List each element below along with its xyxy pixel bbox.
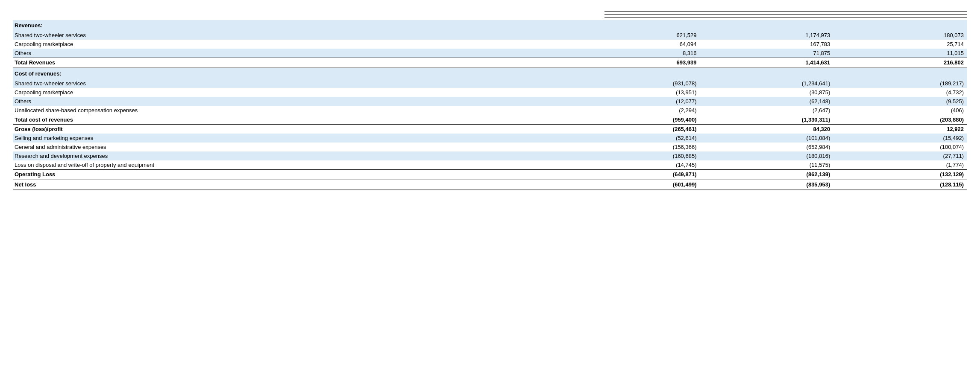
row-label: Carpooling marketplace [13,40,604,49]
val-2021-usd: 11,015 [833,49,967,58]
val-2021-usd: (1,774) [833,160,967,170]
header-currency-2020 [604,15,700,17]
row-label: Carpooling marketplace [13,88,604,97]
val-2021-rmb: 84,320 [700,125,833,134]
row-label: Shared two-wheeler services [13,79,604,88]
val-2021-usd: 25,714 [833,40,967,49]
val-2020: (160,685) [604,151,700,160]
header-year-2021 [700,12,967,15]
val-2021-rmb: (2,647) [700,106,833,115]
val-2020: (14,745) [604,160,700,170]
val-2020: 8,316 [604,49,700,58]
val-2021-usd: 12,922 [833,125,967,134]
val-2020: (156,366) [604,143,700,151]
row-label: Net loss [13,180,604,190]
val-2021-usd: (406) [833,106,967,115]
val-2020: (265,461) [604,125,700,134]
val-2021-usd: (132,129) [833,170,967,180]
val-2020: 64,094 [604,40,700,49]
val-2021-rmb: (11,575) [700,160,833,170]
row-label: General and administrative expenses [13,143,604,151]
val-2020: (601,499) [604,180,700,190]
val-2020: (52,614) [604,134,700,143]
row-label: Unallocated share-based compensation exp… [13,106,604,115]
section-header-label: Revenues: [13,20,967,31]
val-2021-rmb: (1,330,311) [700,115,833,125]
val-2021-usd: (189,217) [833,79,967,88]
val-2021-usd: (27,711) [833,151,967,160]
row-label: Selling and marketing expenses [13,134,604,143]
val-2021-usd: (100,074) [833,143,967,151]
row-label: Research and development expenses [13,151,604,160]
val-2021-rmb: (30,875) [700,88,833,97]
val-2020: (931,078) [604,79,700,88]
val-2020: (959,400) [604,115,700,125]
header-currency-2021-usd [833,15,967,17]
val-2021-rmb: (180,816) [700,151,833,160]
header-year-2020 [604,12,700,15]
header-currency-empty [13,15,604,17]
val-2020: (12,077) [604,97,700,106]
val-2021-usd: 180,073 [833,31,967,40]
val-2021-usd: (15,492) [833,134,967,143]
val-2021-rmb: 167,783 [700,40,833,49]
financial-table: Revenues:Shared two-wheeler services621,… [13,9,967,190]
val-2021-usd: (9,525) [833,97,967,106]
val-2021-rmb: (1,234,641) [700,79,833,88]
val-2020: 693,939 [604,58,700,68]
val-2021-rmb: (652,984) [700,143,833,151]
header-currency-2021-rmb [700,15,833,17]
row-label: Shared two-wheeler services [13,31,604,40]
val-2021-rmb: (835,953) [700,180,833,190]
section-header-label: Cost of revenues: [13,68,967,79]
val-2020: (2,294) [604,106,700,115]
val-2021-usd: (128,115) [833,180,967,190]
val-2021-rmb: (101,084) [700,134,833,143]
val-2021-usd: 216,802 [833,58,967,68]
row-label: Gross (loss)/profit [13,125,604,134]
row-label: Others [13,97,604,106]
val-2021-rmb: (62,148) [700,97,833,106]
row-label: Others [13,49,604,58]
val-2020: (13,951) [604,88,700,97]
row-label: Operating Loss [13,170,604,180]
val-2021-rmb: 71,875 [700,49,833,58]
row-label: Total Revenues [13,58,604,68]
val-2021-rmb: 1,414,631 [700,58,833,68]
val-2021-usd: (4,732) [833,88,967,97]
row-label: Total cost of revenues [13,115,604,125]
val-2021-rmb: 1,174,973 [700,31,833,40]
header-label-empty [13,12,604,15]
val-2020: 621,529 [604,31,700,40]
val-2021-rmb: (862,139) [700,170,833,180]
val-2020: (649,871) [604,170,700,180]
row-label: Loss on disposal and write-off of proper… [13,160,604,170]
val-2021-usd: (203,880) [833,115,967,125]
